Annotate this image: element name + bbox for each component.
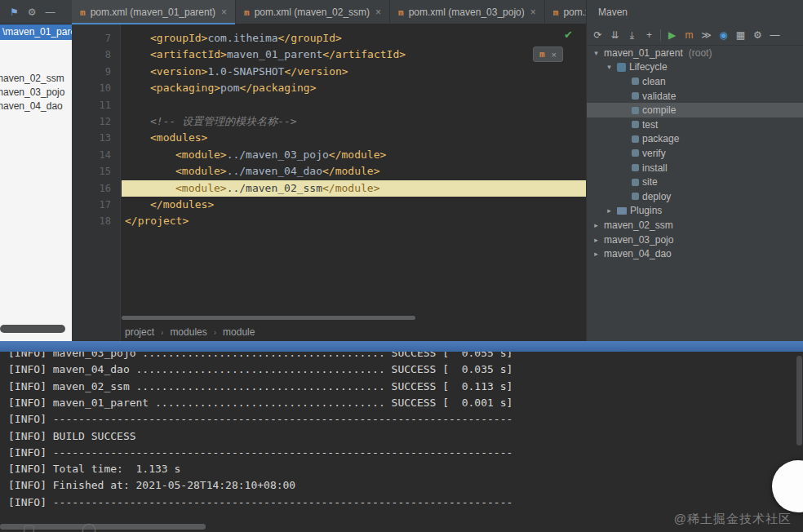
tree-row[interactable]: site xyxy=(587,175,803,189)
dependencies-icon[interactable]: ▦ xyxy=(734,29,747,41)
minimize-icon[interactable]: — xyxy=(46,7,55,18)
breadcrumb-item[interactable]: modules xyxy=(170,326,206,338)
hide-icon[interactable]: — xyxy=(769,29,781,41)
editor-line[interactable]: <module>../maven_02_ssm</module> xyxy=(122,180,586,197)
breadcrumb-item[interactable]: project xyxy=(125,326,154,338)
editor-line[interactable]: <module>../maven_04_dao</module> xyxy=(122,163,586,180)
tree-row[interactable]: clean xyxy=(587,74,803,89)
project-panel-selected-item[interactable]: \maven_01_pare xyxy=(0,24,72,40)
code-tag: <module> xyxy=(175,165,227,177)
editor-tab[interactable]: mpom.xml (maven_01_parent)× xyxy=(72,0,236,24)
tree-row[interactable]: compile xyxy=(587,103,803,117)
tree-label: package xyxy=(642,133,679,144)
console-line: [INFO] ---------------------------------… xyxy=(8,411,512,428)
maven-goal-icon xyxy=(632,164,639,171)
maven-tree: ▾mmaven_01_parent(root)▾Lifecyclecleanva… xyxy=(587,46,803,341)
chevron-right-icon[interactable]: ▸ xyxy=(592,250,601,258)
line-number: 17 xyxy=(100,197,111,213)
code-tag: <artifactId> xyxy=(150,48,227,60)
chevron-down-icon[interactable]: ▾ xyxy=(605,63,614,71)
code-tag: </module> xyxy=(322,165,379,177)
line-number: 15 xyxy=(100,163,111,180)
editor-line[interactable]: <modules> xyxy=(122,130,586,146)
maven-goal-icon xyxy=(632,107,639,114)
generate-sources-icon[interactable]: ⇊ xyxy=(609,29,621,41)
console-scrollbar[interactable] xyxy=(796,356,802,446)
tree-row[interactable]: install xyxy=(587,161,803,175)
bookmark-icon[interactable]: ⚑ xyxy=(10,7,19,18)
code-tag: <module> xyxy=(175,182,227,194)
breadcrumb: project›modules›module xyxy=(125,326,255,338)
tree-label: validate xyxy=(642,91,676,102)
tree-row[interactable]: test xyxy=(587,117,803,132)
run-build-icon[interactable]: ▶ xyxy=(666,29,678,41)
tab-close-icon[interactable]: × xyxy=(375,7,381,18)
floating-widget[interactable] xyxy=(772,460,803,512)
project-panel-scrollbar[interactable] xyxy=(0,325,65,333)
inspection-ok-icon[interactable]: ✔ xyxy=(564,29,573,41)
tree-row[interactable]: ▸mmaven_03_pojo xyxy=(587,233,803,247)
maven-sync-widget[interactable]: m × xyxy=(533,47,563,62)
tree-row[interactable]: ▾Lifecycle xyxy=(587,60,803,75)
settings-icon[interactable]: ⚙ xyxy=(752,29,764,41)
profiles-icon[interactable]: ◉ xyxy=(717,29,730,41)
maven-tool-window: ⟳⇊⤓+▶m≫◉▦⚙— ▾mmaven_01_parent(root)▾Life… xyxy=(586,24,803,341)
tree-row[interactable]: verify xyxy=(587,146,803,161)
editor-line[interactable]: <version>1.0-SNAPSHOT</version> xyxy=(122,64,586,80)
reimport-icon[interactable]: ⟳ xyxy=(592,29,604,41)
tree-label: install xyxy=(642,162,668,174)
breadcrumb-separator: › xyxy=(161,328,163,337)
tree-label: clean xyxy=(642,76,666,87)
project-panel-item[interactable]: maven_04_dao xyxy=(0,100,72,113)
editor-code-area[interactable]: <groupId>com.itheima</groupId><artifactI… xyxy=(122,24,586,341)
editor-tab[interactable]: mpom.xml (maven_02_ssm)× xyxy=(236,0,390,24)
tab-close-icon[interactable]: × xyxy=(221,7,227,18)
tree-row[interactable]: ▸mmaven_04_dao xyxy=(587,246,803,261)
chevron-down-icon[interactable]: ▾ xyxy=(592,49,601,57)
project-panel-item[interactable]: maven_02_ssm xyxy=(0,72,72,86)
line-number: 16 xyxy=(100,180,111,197)
maven-file-icon: m xyxy=(80,7,86,18)
run-maven-goal-icon[interactable]: m xyxy=(683,29,695,41)
add-maven-project-icon[interactable]: + xyxy=(643,29,655,41)
run-console[interactable]: ▢ ◯ @稀土掘金技术社区 [INFO] maven_03_pojo .....… xyxy=(0,341,803,532)
chevron-right-icon[interactable]: ▸ xyxy=(592,221,601,229)
close-icon[interactable]: × xyxy=(552,50,557,60)
tree-label: maven_04_dao xyxy=(604,248,672,259)
tree-row[interactable]: ▸Plugins xyxy=(587,204,803,219)
line-number: 13 xyxy=(100,130,111,146)
editor-line[interactable]: <packaging>pom</packaging> xyxy=(122,80,586,96)
code-editor[interactable]: 789101112131415161718 <groupId>com.ithei… xyxy=(72,24,586,341)
breadcrumb-item[interactable]: module xyxy=(223,326,255,338)
maven-tool-window-header[interactable]: Maven xyxy=(586,0,803,24)
editor-line[interactable]: <artifactId>maven_01_parent</artifactId> xyxy=(122,47,586,63)
editor-line[interactable]: <groupId>com.itheima</groupId> xyxy=(122,30,586,47)
editor-line[interactable]: </project> xyxy=(122,213,586,229)
editor-line[interactable]: <module>../maven_03_pojo</module> xyxy=(122,147,586,163)
tree-row[interactable]: package xyxy=(587,132,803,147)
editor-line[interactable]: </modules> xyxy=(122,197,586,213)
project-panel-item[interactable]: maven_03_pojo xyxy=(0,86,72,100)
code-tag: </packaging> xyxy=(240,82,317,94)
console-line: [INFO] Finished at: 2021-05-28T14:28:10+… xyxy=(8,477,295,494)
tree-row[interactable]: deploy xyxy=(587,189,803,204)
console-splitter[interactable] xyxy=(0,341,803,352)
gear-icon[interactable]: ⚙ xyxy=(28,7,37,18)
tab-close-icon[interactable]: × xyxy=(530,7,536,18)
tree-row[interactable]: ▸mmaven_02_ssm xyxy=(587,218,803,233)
tree-row[interactable]: validate xyxy=(587,89,803,104)
download-sources-icon[interactable]: ⤓ xyxy=(626,29,638,41)
code-tag: <version> xyxy=(150,65,207,78)
editor-line[interactable] xyxy=(122,97,586,113)
editor-tab[interactable]: mpom.xml (maven_03_pojo)× xyxy=(390,0,545,24)
toolbar-divider xyxy=(660,29,661,41)
execute-goal-icon[interactable]: ≫ xyxy=(700,29,712,41)
tree-row[interactable]: ▾mmaven_01_parent(root) xyxy=(587,46,803,60)
chevron-right-icon[interactable]: ▸ xyxy=(605,206,614,215)
tree-label: compile xyxy=(642,104,676,116)
console-line: [INFO] maven_01_parent .................… xyxy=(8,395,512,411)
editor-horizontal-scrollbar[interactable] xyxy=(122,316,415,320)
chevron-right-icon[interactable]: ▸ xyxy=(592,236,601,244)
editor-line[interactable]: <!-- 设置管理的模块名称--> xyxy=(122,113,586,130)
tab-label: pom.xml (maven_02_ssm) xyxy=(255,7,370,18)
